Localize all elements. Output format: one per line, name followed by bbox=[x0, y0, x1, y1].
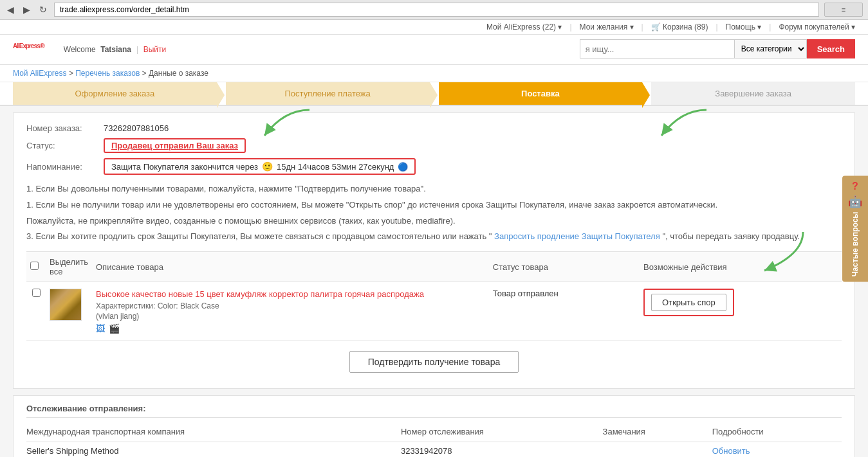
reminder-row: Напоминание: Защита Покупателя закончитс… bbox=[26, 158, 842, 175]
chat-robot-icon: 🤖 bbox=[848, 195, 862, 209]
search-button[interactable]: Search bbox=[807, 39, 855, 58]
header: AliExpress® Welcome Tatsiana | Выйти Все… bbox=[0, 35, 868, 65]
product-checkbox[interactable] bbox=[32, 289, 41, 297]
col-description-header: Описание товара bbox=[92, 252, 489, 282]
timer-emoji2: 🔵 bbox=[398, 162, 408, 172]
tracking-section: Отслеживание отправления: Международная … bbox=[13, 395, 855, 457]
product-description-cell: Высокое качество новые 15 цвет камуфляж … bbox=[92, 282, 489, 341]
col-status-header: Статус товара bbox=[489, 252, 640, 282]
refresh-button[interactable]: ↻ bbox=[37, 4, 49, 15]
shipped-status: Товар отправлен bbox=[493, 289, 559, 298]
action-box: Открыть спор bbox=[643, 289, 734, 316]
logout-link[interactable]: Выйти bbox=[143, 45, 167, 54]
info-text-4: 3. Если Вы хотите продлить срок Защиты П… bbox=[26, 230, 842, 244]
tracking-col-number: Номер отслеживания bbox=[401, 424, 603, 442]
info-text-2: 1. Если Вы не получили товар или не удов… bbox=[26, 199, 842, 212]
tracking-col-details: Подробности bbox=[712, 424, 842, 442]
info-text-3: Пожалуйста, не прикрепляйте видео, созда… bbox=[26, 215, 842, 228]
select-all-checkbox[interactable] bbox=[30, 262, 39, 270]
col-select-all-label: Выделить все bbox=[46, 252, 92, 282]
nav-sep-1: | bbox=[569, 22, 571, 31]
tracking-table: Международная транспортная компания Номе… bbox=[26, 424, 842, 457]
chat-widget[interactable]: ? 🤖 Частые вопросы bbox=[842, 175, 868, 282]
timer-prefix: Защита Покупателя закончится через bbox=[111, 162, 258, 172]
status-row: Статус: Продавец отправил Ваш заказ bbox=[26, 138, 842, 153]
video-icon[interactable]: 🎬 bbox=[109, 323, 120, 334]
tracking-notes-cell bbox=[603, 442, 712, 457]
header-sep: | bbox=[136, 44, 138, 54]
col-checkbox bbox=[26, 252, 46, 282]
nav-sep-3: | bbox=[716, 22, 717, 31]
tracking-col-company: Международная транспортная компания bbox=[26, 424, 401, 442]
reminder-label: Напоминание: bbox=[26, 162, 104, 172]
col-actions-header: Возможные действия bbox=[640, 252, 842, 282]
chat-label: Частые вопросы bbox=[851, 211, 860, 276]
tracking-details-cell: Обновить bbox=[712, 442, 842, 457]
product-title-link[interactable]: Высокое качество новые 15 цвет камуфляж … bbox=[96, 289, 424, 299]
product-icons: 🖼 🎬 bbox=[96, 323, 485, 334]
tracking-row: Seller's Shipping Method 32331942078 Обн… bbox=[26, 442, 842, 457]
open-dispute-button[interactable]: Открыть спор bbox=[651, 294, 726, 311]
main-content: Номер заказа: 73262807881056 Статус: Про… bbox=[0, 106, 868, 457]
product-image-cell bbox=[46, 282, 92, 341]
product-table: Выделить все Описание товара Статус това… bbox=[26, 251, 842, 341]
tracking-number-cell: 32331942078 bbox=[401, 442, 603, 457]
breadcrumb-sep2: > bbox=[142, 69, 147, 78]
order-number-label: Номер заказа: bbox=[26, 123, 104, 133]
timer-emoji: 🙂 bbox=[262, 161, 273, 172]
product-status-cell: Товар отправлен bbox=[489, 282, 640, 341]
address-bar[interactable] bbox=[54, 3, 819, 17]
cart-nav[interactable]: 🛒 Корзина (89) bbox=[651, 22, 708, 31]
nav-sep-2: | bbox=[642, 22, 643, 31]
row-checkbox-cell bbox=[26, 282, 46, 341]
username: Tatsiana bbox=[100, 45, 131, 54]
status-badge[interactable]: Продавец отправил Ваш заказ bbox=[104, 138, 246, 153]
info-text-1: 1. Если Вы довольны полученными товарами… bbox=[26, 183, 842, 196]
forum-nav[interactable]: Форум покупателей ▾ bbox=[779, 22, 855, 31]
order-number-row: Номер заказа: 73262807881056 bbox=[26, 123, 842, 133]
tracking-company-cell: Seller's Shipping Method bbox=[26, 442, 401, 457]
progress-steps: Оформление заказа Поступление платежа По… bbox=[0, 82, 868, 106]
chat-question-mark: ? bbox=[852, 181, 858, 192]
forward-button[interactable]: ▶ bbox=[21, 4, 32, 15]
breadcrumb-orders[interactable]: Перечень заказов bbox=[75, 69, 140, 78]
timer-value: 15дн 14часов 53мин 27секунд bbox=[277, 162, 394, 172]
cart-icon: 🛒 bbox=[651, 22, 661, 31]
table-row: Высокое качество новые 15 цвет камуфляж … bbox=[26, 282, 842, 341]
status-label: Статус: bbox=[26, 141, 104, 150]
back-button[interactable]: ◀ bbox=[5, 4, 16, 15]
product-seller: (vivian jiang) bbox=[96, 312, 485, 321]
search-input[interactable] bbox=[580, 39, 734, 58]
tracking-col-notes: Замечания bbox=[603, 424, 712, 442]
order-number-value: 73262807881056 bbox=[104, 123, 169, 133]
order-detail-box: Номер заказа: 73262807881056 Статус: Про… bbox=[13, 112, 855, 389]
tracking-update-link[interactable]: Обновить bbox=[712, 446, 750, 456]
breadcrumb-sep1: > bbox=[69, 69, 73, 78]
welcome-section: Welcome Tatsiana | Выйти bbox=[61, 44, 166, 54]
wishlist-nav[interactable]: Мои желания ▾ bbox=[580, 22, 634, 31]
browser-menu[interactable]: ≡ bbox=[824, 3, 863, 17]
product-characteristics: Характеристики: Color: Black Case bbox=[96, 301, 485, 310]
nav-sep-4: | bbox=[769, 22, 771, 31]
step-2: Поступление платежа bbox=[226, 82, 430, 105]
my-aliexpress-nav[interactable]: Мой AliExpress (22) ▾ bbox=[486, 22, 562, 31]
extend-protection-link[interactable]: Запросить продление Защиты Покупателя bbox=[494, 231, 660, 241]
product-actions-cell: Открыть спор bbox=[640, 282, 842, 341]
logo[interactable]: AliExpress® bbox=[13, 39, 51, 59]
search-bar: Все категории Search bbox=[580, 39, 855, 58]
product-thumbnail bbox=[50, 289, 82, 321]
breadcrumb-home[interactable]: Мой AliExpress bbox=[13, 69, 67, 78]
step-3: Поставка bbox=[439, 82, 643, 105]
browser-bar: ◀ ▶ ↻ ≡ bbox=[0, 0, 868, 20]
top-nav: Мой AliExpress (22) ▾ | Мои желания ▾ | … bbox=[0, 20, 868, 35]
welcome-label: Welcome bbox=[64, 45, 96, 54]
help-nav[interactable]: Помощь ▾ bbox=[726, 22, 762, 31]
breadcrumb-current: Данные о заказе bbox=[149, 69, 208, 78]
category-select[interactable]: Все категории bbox=[734, 39, 807, 58]
step-1: Оформление заказа bbox=[13, 82, 217, 105]
tracking-title: Отслеживание отправления: bbox=[26, 404, 842, 418]
confirm-receipt-button[interactable]: Подтвердить получение товара bbox=[349, 351, 519, 373]
step-4: Завершение заказа bbox=[651, 82, 855, 105]
image-icon[interactable]: 🖼 bbox=[96, 323, 105, 334]
breadcrumb: Мой AliExpress > Перечень заказов > Данн… bbox=[0, 65, 868, 82]
